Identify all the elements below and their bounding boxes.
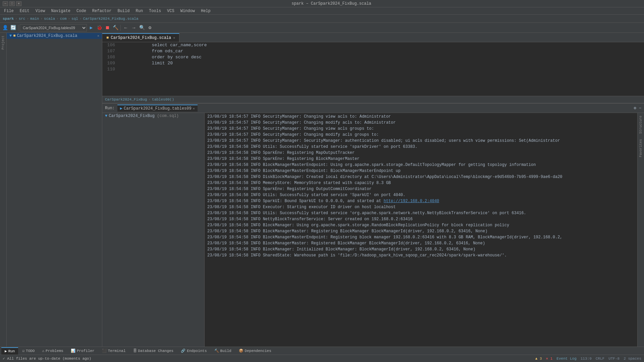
log-line-6: 23/08/19 18:54:58 INFO Utils: Successful… (205, 144, 637, 150)
nav-scala[interactable]: scala (44, 17, 55, 21)
scala-tab-icon: ■ (106, 36, 109, 40)
log-line-2: 23/08/19 18:54:57 INFO SecurityManager: … (205, 120, 637, 126)
run-tree: ▼ CarSpark2024_FixBug (com.sql) (102, 113, 205, 347)
tab-terminal[interactable]: ⬛ Terminal (99, 347, 129, 355)
log-line-23: 23/08/19 18:54:58 INFO BlockManager: Ini… (205, 246, 637, 252)
toolbar-build-btn[interactable]: 🔨 (112, 24, 119, 32)
event-log-link[interactable]: Event Log (556, 357, 576, 361)
project-label[interactable]: Project (1, 33, 6, 52)
status-errors: ✕ 1 (546, 356, 553, 361)
spark-ui-link[interactable]: http://192.168.0.2:4040 (384, 199, 439, 203)
favorites-label[interactable]: Favorites (638, 136, 643, 160)
run-config-dropdown[interactable]: CarSpark2024_FixBug.tables09 (20, 24, 87, 32)
toolbar-refresh-btn[interactable]: 🔄 (9, 24, 17, 32)
tab-todo[interactable]: ☑ TODO (19, 347, 38, 355)
problems-icon: ⚠ (42, 349, 44, 353)
toolbar-profile-btn[interactable]: 👤 (1, 24, 9, 32)
log-line-9: 23/08/19 18:54:58 INFO BlockManagerMaste… (205, 162, 637, 168)
menu-file[interactable]: File (1, 8, 16, 14)
maximize-btn[interactable]: □ (9, 1, 15, 6)
toolbar-gear-btn[interactable]: ⚙ (146, 24, 154, 32)
run-tree-label: CarSpark2024_FixBug (com.sql) (109, 114, 179, 118)
tab-endpoints[interactable]: 🔗 Endpoints (177, 347, 210, 355)
status-encoding: UTF-8 (608, 357, 620, 361)
menu-view[interactable]: View (33, 8, 48, 14)
nav-spark[interactable]: spark (3, 17, 14, 21)
nav-com[interactable]: com (60, 17, 67, 21)
title-controls[interactable]: ─ □ ✕ (3, 1, 21, 6)
tab-dependencies[interactable]: 📦 Dependencies (235, 347, 275, 355)
status-right: ▲ 3 ✕ 1 Event Log 113:9 CRLF UTF-8 2 spa… (535, 356, 641, 361)
run-minimize-icon[interactable]: − (639, 106, 641, 111)
code-line-108: 108 order by score desc (102, 54, 644, 60)
run-tab-close-icon[interactable]: ✕ (193, 107, 195, 111)
breadcrumb-class[interactable]: CarSpark2024_FixBug (105, 98, 147, 102)
toolbar-run-btn[interactable]: ▶ (88, 24, 95, 32)
code-line-110: 110 (102, 66, 644, 72)
tab-label: CarSpark2024_FixBug.scala (111, 36, 171, 40)
log-line-4: 23/08/19 18:54:57 INFO SecurityManager: … (205, 132, 637, 138)
structure-label[interactable]: Structure (638, 113, 643, 136)
log-line-13: 23/08/19 18:54:58 INFO SparkEnv: Registe… (205, 186, 637, 192)
log-area[interactable]: 23/08/19 18:54:57 INFO SecurityManager: … (205, 113, 637, 347)
menu-vcs[interactable]: VCS (164, 8, 177, 14)
run-gear-icon[interactable]: ⚙ (634, 106, 636, 111)
menu-tools[interactable]: Tools (146, 8, 164, 14)
tab-run[interactable]: ▶ Run (1, 347, 18, 355)
toolbar-stop-btn[interactable]: ⏹ (104, 24, 111, 32)
tree-file-label: CarSpark2024_FixBug.scala (17, 34, 77, 38)
run-tab-active[interactable]: ▶ CarSpark2024_FixBug.tables09 ✕ (117, 105, 198, 112)
menu-build[interactable]: Build (115, 8, 132, 14)
nav-breadcrumb: spark › src › main › scala › com › sql ›… (0, 15, 644, 23)
breadcrumb-method[interactable]: tables09() (152, 98, 174, 102)
run-tab-icon: ▶ (120, 106, 122, 111)
log-line-7: 23/08/19 18:54:58 INFO SparkEnv: Registe… (205, 150, 637, 156)
menu-edit[interactable]: Edit (17, 8, 32, 14)
nav-sql[interactable]: sql (71, 17, 78, 21)
run-toolbar: Run: ▶ CarSpark2024_FixBug.tables09 ✕ ⚙ … (102, 104, 644, 113)
toolbar-prev-btn[interactable]: ← (122, 24, 129, 32)
editor-run-area: ■ CarSpark2024_FixBug.scala ✕ 106 select… (102, 33, 644, 347)
menu-navigate[interactable]: Navigate (48, 8, 73, 14)
run-tab-label: CarSpark2024_FixBug.tables09 (124, 106, 192, 111)
menu-run[interactable]: Run (133, 8, 146, 14)
code-editor[interactable]: 106 select car_name,score 107 from ods_c… (102, 42, 644, 96)
main-toolbar: 👤 🔄 CarSpark2024_FixBug.tables09 ▶ 🐞 ⏹ 🔨… (0, 23, 644, 33)
left-sidebar: Project (0, 33, 7, 347)
toolbar-search-btn[interactable]: 🔍 (138, 24, 146, 32)
tab-close-icon[interactable]: ✕ (173, 36, 175, 40)
log-line-22: 23/08/19 18:54:58 INFO BlockManagerMaste… (205, 240, 637, 246)
toolbar-next-btn[interactable]: → (130, 24, 138, 32)
code-line-109: 109 limit 20 (102, 60, 644, 66)
tab-db-changes[interactable]: 🗄 Database Changes (130, 347, 177, 355)
tab-build[interactable]: 🔨 Build (211, 347, 235, 355)
editor-breadcrumb: CarSpark2024_FixBug › tables09() (102, 96, 644, 103)
log-line-16: 23/08/19 18:54:58 INFO Executor: Startin… (205, 204, 637, 210)
tab-carspark-fixbug[interactable]: ■ CarSpark2024_FixBug.scala ✕ (102, 33, 179, 42)
tab-profiler[interactable]: 📊 Profiler (67, 347, 98, 355)
run-tree-item[interactable]: ▼ CarSpark2024_FixBug (com.sql) (102, 113, 204, 119)
minimize-btn[interactable]: ─ (3, 1, 8, 6)
close-btn[interactable]: ✕ (16, 1, 21, 6)
menu-refactor[interactable]: Refactor (90, 8, 114, 14)
file-tree-panel: ▼ ■ CarSpark2024_FixBug.scala ✕ (7, 33, 102, 347)
nav-file[interactable]: CarSpark2024_FixBug.scala (83, 17, 139, 21)
tree-item-main[interactable]: ▼ ■ CarSpark2024_FixBug.scala ✕ (7, 33, 102, 39)
menu-code[interactable]: Code (74, 8, 89, 14)
nav-main[interactable]: main (30, 17, 39, 21)
tree-close-icon[interactable]: ✕ (97, 34, 99, 38)
menu-help[interactable]: Help (198, 8, 213, 14)
log-line-15: 23/08/19 18:54:58 INFO SparkUI: Bound Sp… (205, 198, 637, 204)
status-warnings: ▲ 3 (535, 357, 542, 361)
status-position: 113:9 (581, 357, 592, 361)
log-line-18: 23/08/19 18:54:58 INFO NettyBlockTransfe… (205, 216, 637, 222)
profiler-icon: 📊 (71, 349, 75, 353)
terminal-icon: ⬛ (102, 349, 107, 353)
toolbar-debug-btn[interactable]: 🐞 (96, 24, 103, 32)
build-icon: 🔨 (214, 349, 219, 353)
tab-problems[interactable]: ⚠ Problems (39, 347, 66, 355)
menu-window[interactable]: Window (178, 8, 198, 14)
nav-src[interactable]: src (19, 17, 25, 21)
menu-bar: File Edit View Navigate Code Refactor Bu… (0, 7, 644, 15)
run-tree-arrow: ▼ (105, 114, 107, 118)
